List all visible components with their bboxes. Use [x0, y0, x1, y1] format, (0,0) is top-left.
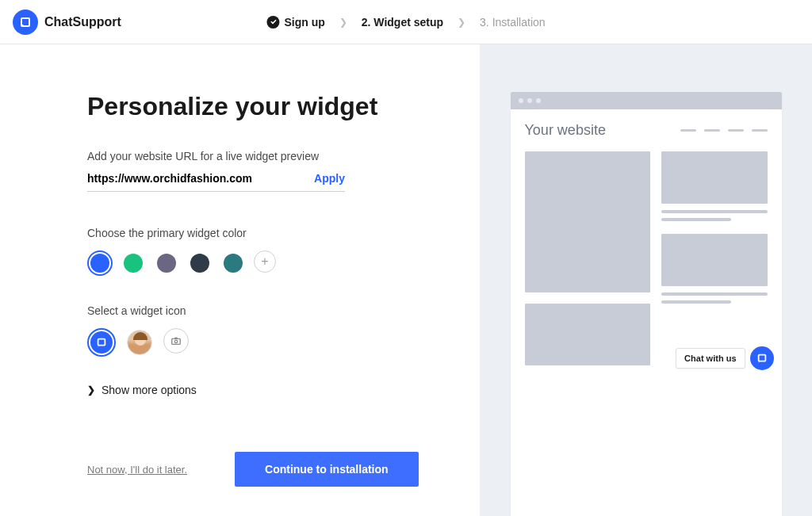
placeholder-line [661, 218, 731, 221]
chat-square-icon [90, 331, 113, 354]
website-url-input[interactable] [87, 172, 306, 185]
placeholder-line [752, 129, 768, 132]
widget-default-icon[interactable] [87, 328, 116, 357]
chat-widget-preview: Chat with us [676, 346, 773, 370]
chat-widget-bubble[interactable] [750, 346, 774, 370]
preview-body: Your website [511, 109, 782, 389]
placeholder-line [661, 300, 731, 304]
preview-panel: Your website [480, 44, 812, 516]
svg-point-3 [174, 340, 178, 343]
svg-rect-1 [98, 339, 105, 346]
color-label: Choose the primary widget color [87, 227, 480, 239]
main: Personalize your widget Add your website… [0, 44, 812, 516]
url-field-row: Apply [87, 172, 345, 192]
step-signup: Sign up [266, 16, 324, 29]
placeholder-line [680, 129, 696, 132]
color-swatch-purple[interactable] [154, 250, 179, 276]
brand-icon [13, 10, 38, 35]
swatch-icon [157, 254, 176, 273]
swatch-icon [190, 254, 209, 273]
chat-widget-label: Chat with us [676, 348, 745, 369]
progress-steps: Sign up ❯ 2. Widget setup ❯ 3. Installat… [266, 16, 545, 29]
browser-preview: Your website [511, 92, 782, 516]
brand-logo: ChatSupport [13, 10, 121, 35]
check-icon [266, 16, 279, 29]
form-panel: Personalize your widget Add your website… [0, 44, 480, 516]
placeholder-line [661, 292, 768, 296]
step-install-label: 3. Installation [480, 16, 546, 29]
color-swatch-blue[interactable] [87, 250, 113, 276]
chat-square-icon [756, 353, 768, 364]
continue-button[interactable]: Continue to installation [235, 452, 419, 487]
swatch-icon [124, 254, 143, 273]
icon-picker [87, 328, 480, 357]
camera-icon [170, 335, 182, 346]
step-widget-label: 2. Widget setup [362, 16, 443, 29]
placeholder-block [661, 151, 768, 204]
placeholder-line [661, 210, 768, 213]
placeholder-block [525, 151, 650, 292]
svg-rect-2 [172, 338, 181, 344]
preview-site-label: Your website [525, 122, 606, 139]
color-picker: + [87, 250, 480, 276]
show-more-label: Show more options [102, 384, 197, 396]
upload-icon-button[interactable] [163, 328, 189, 354]
preview-nav-placeholder [680, 129, 768, 132]
window-dot-icon [527, 98, 532, 103]
skip-link[interactable]: Not now, I'll do it later. [87, 464, 187, 476]
url-label: Add your website URL for a live widget p… [87, 150, 480, 162]
chevron-right-icon: ❯ [339, 17, 347, 28]
avatar-icon [127, 330, 152, 355]
chevron-right-icon: ❯ [87, 384, 95, 396]
svg-rect-4 [174, 338, 178, 339]
widget-avatar-icon[interactable] [125, 328, 154, 357]
step-widget: 2. Widget setup [362, 16, 443, 29]
placeholder-line [704, 129, 720, 132]
preview-grid [525, 151, 768, 365]
placeholder-line [728, 129, 744, 132]
color-swatch-green[interactable] [121, 250, 146, 276]
preview-col-right [661, 151, 768, 365]
swatch-icon [224, 254, 243, 273]
step-install: 3. Installation [480, 16, 546, 29]
page-title: Personalize your widget [87, 92, 480, 121]
color-swatch-navy[interactable] [187, 250, 213, 276]
preview-header: Your website [525, 122, 768, 139]
swatch-icon [90, 254, 109, 273]
placeholder-block [661, 234, 768, 286]
icon-label: Select a widget icon [87, 304, 480, 317]
color-swatch-teal[interactable] [220, 250, 246, 276]
placeholder-block [525, 304, 650, 365]
form-footer: Not now, I'll do it later. Continue to i… [87, 452, 480, 487]
window-dot-icon [519, 98, 523, 103]
apply-button[interactable]: Apply [306, 172, 345, 185]
preview-col-left [525, 151, 650, 365]
step-signup-label: Sign up [284, 16, 324, 29]
add-color-button[interactable]: + [254, 250, 276, 273]
svg-rect-5 [758, 355, 765, 361]
show-more-toggle[interactable]: ❯ Show more options [87, 384, 480, 396]
chevron-right-icon: ❯ [458, 17, 465, 28]
browser-chrome [511, 92, 782, 109]
header: ChatSupport Sign up ❯ 2. Widget setup ❯ … [0, 0, 812, 44]
window-dot-icon [536, 98, 541, 103]
brand-name: ChatSupport [44, 15, 121, 29]
